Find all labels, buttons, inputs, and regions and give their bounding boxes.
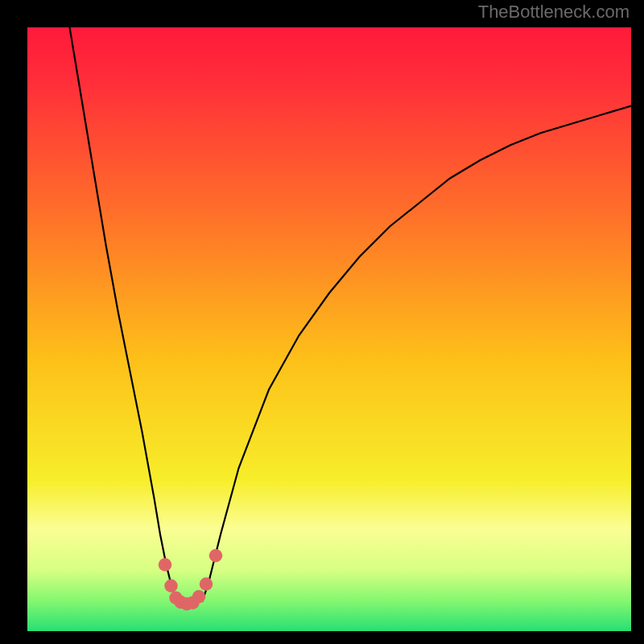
plot-background	[27, 27, 631, 631]
highlight-point	[159, 558, 172, 572]
highlight-point	[192, 590, 206, 604]
watermark-text: TheBottleneck.com	[478, 2, 630, 23]
highlight-point	[164, 580, 178, 593]
highlight-point	[209, 549, 223, 563]
plot-svg	[27, 27, 631, 631]
plot-area	[27, 27, 631, 631]
highlight-point	[200, 577, 213, 591]
